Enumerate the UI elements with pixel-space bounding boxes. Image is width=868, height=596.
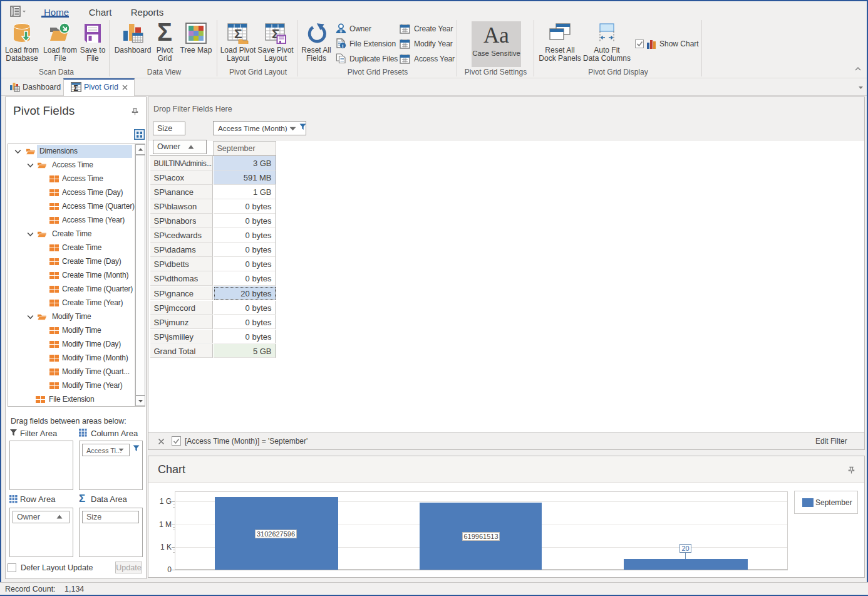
svg-text:i: i: [342, 43, 343, 49]
svg-text:Σ: Σ: [234, 26, 242, 41]
svg-text:Σ: Σ: [74, 84, 78, 92]
